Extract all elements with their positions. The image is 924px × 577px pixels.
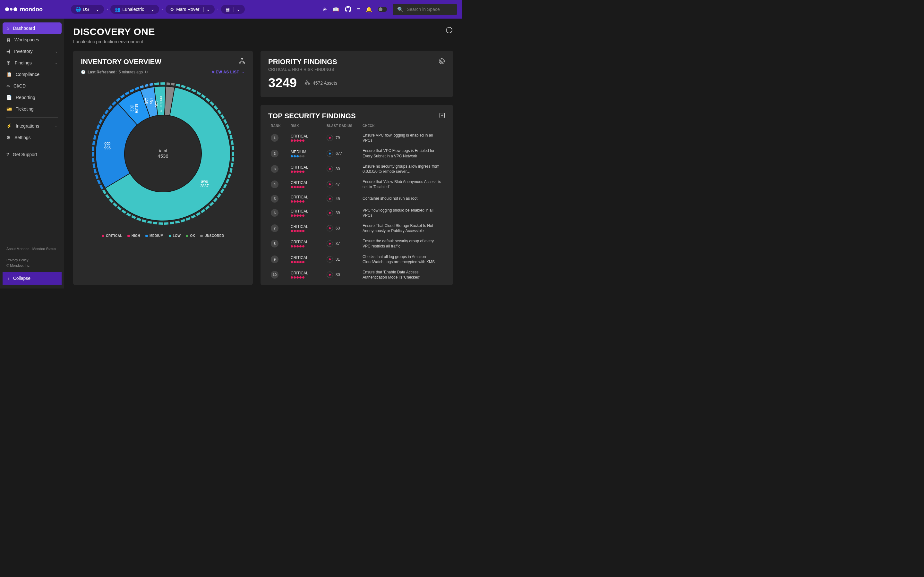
overview-icon[interactable] <box>445 26 453 35</box>
breadcrumb-workspace[interactable]: ▦ ⌄ <box>221 5 245 14</box>
sidebar-item-support[interactable]: ? Get Support <box>3 149 61 160</box>
donut-center-label: total <box>158 148 168 153</box>
risk-cell: CRITICAL <box>291 195 323 203</box>
target-icon[interactable] <box>438 58 445 66</box>
sidebar-item-label: Compliance <box>16 72 39 77</box>
sidebar-item-label: CI/CD <box>13 83 26 89</box>
blast-cell: 37 <box>326 240 359 247</box>
finding-row[interactable]: 1 CRITICAL 79 Ensure VPC flow logging is… <box>268 130 445 145</box>
finding-row[interactable]: 4 CRITICAL 47 Ensure that 'Allow Blob An… <box>268 177 445 192</box>
github-icon[interactable] <box>345 6 351 13</box>
sidebar-item-label: Get Support <box>13 152 37 157</box>
blast-icon <box>326 240 333 247</box>
page-title: DISCOVERY ONE <box>73 26 155 37</box>
segment-label-gcp: gcp995 <box>104 141 111 150</box>
priority-assets: 4572 Assets <box>313 81 337 85</box>
finding-row[interactable]: 9 CRITICAL 31 Checks that all log groups… <box>268 251 445 267</box>
sidebar-collapse[interactable]: ‹ Collapse <box>3 272 61 285</box>
sun-icon[interactable]: ☀ <box>322 6 327 13</box>
help-icon: ? <box>6 152 9 157</box>
finding-row[interactable]: 5 CRITICAL 45 Container should not run a… <box>268 192 445 205</box>
blast-icon <box>326 166 333 172</box>
finding-row[interactable]: 2 MEDIUM 677 Ensure that VPC Flow Logs i… <box>268 145 445 161</box>
refresh-icon[interactable]: ↻ <box>145 70 148 74</box>
sidebar-item-compliance[interactable]: 📋 Compliance <box>3 69 61 80</box>
infinity-icon: ∞ <box>6 83 10 89</box>
finding-row[interactable]: 8 CRITICAL 37 Ensure the default securit… <box>268 236 445 251</box>
blast-cell: 47 <box>326 181 359 187</box>
theme-toggle[interactable] <box>378 7 387 12</box>
breadcrumb-org[interactable]: 👥 Lunalectric ⌄ <box>110 5 159 14</box>
search-box[interactable]: 🔍 <box>393 4 457 15</box>
sidebar-item-inventory[interactable]: ⇶ Inventory ⌄ <box>3 45 61 57</box>
sidebar-item-label: Workspaces <box>15 37 39 42</box>
main-content: DISCOVERY ONE Lunalectric production env… <box>64 19 462 288</box>
arrow-right-icon: → <box>241 70 246 74</box>
sidebar-item-integrations[interactable]: ⚡ Integrations ⌄ <box>3 120 61 132</box>
check-text: VPC flow logging should be enabled in al… <box>363 208 443 218</box>
segment-label-container: container126 <box>154 96 163 112</box>
finding-row[interactable]: 3 CRITICAL 80 Ensure no security groups … <box>268 161 445 177</box>
breadcrumb-project[interactable]: ⚙ Mars Rover ⌄ <box>166 5 214 14</box>
grid-icon: ▦ <box>6 37 11 42</box>
legend-item-critical[interactable]: CRITICAL <box>102 234 122 237</box>
chart-legend: CRITICALHIGHMEDIUMLOWOKUNSCORED <box>81 234 245 237</box>
legend-item-medium[interactable]: MEDIUM <box>145 234 164 237</box>
breadcrumb-region-label: US <box>83 7 89 12</box>
footer-copyright: © Mondoo, Inc. <box>6 263 31 268</box>
view-list-label: VIEW AS LIST <box>212 70 239 74</box>
plug-icon: ⚡ <box>6 123 12 129</box>
rank-badge: 4 <box>271 181 278 188</box>
view-as-list-link[interactable]: VIEW AS LIST → <box>212 70 245 74</box>
expand-icon[interactable] <box>439 112 445 120</box>
chevron-left-icon: ‹ <box>8 276 9 281</box>
check-text: Ensure the default security group of eve… <box>363 239 443 249</box>
rank-badge: 10 <box>271 271 278 279</box>
breadcrumb-org-label: Lunalectric <box>122 7 144 12</box>
bell-icon[interactable]: 🔔 <box>366 6 372 13</box>
footer-about[interactable]: About Mondoo <box>6 247 29 251</box>
blast-cell: 39 <box>326 210 359 216</box>
priority-count: 3249 <box>268 76 297 90</box>
sidebar-item-ticketing[interactable]: 🎫 Ticketing <box>3 103 61 115</box>
sidebar-item-settings[interactable]: ⚙ Settings <box>3 132 61 143</box>
svg-rect-9 <box>309 84 310 85</box>
finding-row[interactable]: 6 CRITICAL 39 VPC flow logging should be… <box>268 205 445 221</box>
legend-item-unscored[interactable]: UNSCORED <box>200 234 224 237</box>
legend-item-ok[interactable]: OK <box>186 234 195 237</box>
legend-item-low[interactable]: LOW <box>169 234 181 237</box>
sidebar-item-findings[interactable]: ⛨ Findings ⌄ <box>3 57 61 69</box>
search-input[interactable] <box>407 7 452 12</box>
findings-table-header: RANK RISK BLAST RADIUS CHECK <box>268 120 445 130</box>
finding-row[interactable]: 10 CRITICAL 30 Ensure that 'Enable Data … <box>268 267 445 282</box>
sidebar-item-label: Integrations <box>16 123 39 129</box>
footer-privacy[interactable]: Privacy Policy <box>6 258 28 262</box>
sitemap-icon[interactable] <box>239 58 245 66</box>
logo[interactable]: mondoo <box>5 6 43 13</box>
finding-row[interactable]: 7 CRITICAL 63 Ensure That Cloud Storage … <box>268 221 445 236</box>
sidebar-item-reporting[interactable]: 📄 Reporting <box>3 92 61 103</box>
blast-icon <box>326 195 333 202</box>
breadcrumb-sep: › <box>162 7 163 11</box>
org-icon: 👥 <box>115 7 120 12</box>
footer-status[interactable]: Mondoo Status <box>32 247 56 251</box>
docs-icon[interactable]: 📖 <box>333 6 339 13</box>
sidebar-item-cicd[interactable]: ∞ CI/CD <box>3 80 61 92</box>
sidebar: ⌂ Dashboard ▦ Workspaces ⇶ Inventory ⌄ ⛨… <box>0 19 64 288</box>
sidebar-item-dashboard[interactable]: ⌂ Dashboard <box>3 23 61 34</box>
risk-cell: MEDIUM <box>291 150 323 157</box>
blast-icon <box>326 210 333 216</box>
chevron-down-icon: ⌄ <box>234 7 240 12</box>
risk-cell: CRITICAL <box>291 240 323 247</box>
gear-icon: ⚙ <box>6 135 11 140</box>
rank-badge: 2 <box>271 150 278 157</box>
inventory-donut[interactable]: total 4536 aws2887gcp995azure282k8s150co… <box>87 78 238 229</box>
slack-icon[interactable]: ⌗ <box>357 6 360 12</box>
sidebar-item-label: Dashboard <box>13 26 35 31</box>
breadcrumb: 🌐 US ⌄ › 👥 Lunalectric ⌄ › ⚙ Mars Rover … <box>71 5 245 14</box>
sidebar-item-workspaces[interactable]: ▦ Workspaces <box>3 34 61 45</box>
svg-point-6 <box>441 61 442 61</box>
svg-rect-7 <box>307 80 309 81</box>
legend-item-high[interactable]: HIGH <box>128 234 140 237</box>
breadcrumb-region[interactable]: 🌐 US ⌄ <box>71 5 104 14</box>
